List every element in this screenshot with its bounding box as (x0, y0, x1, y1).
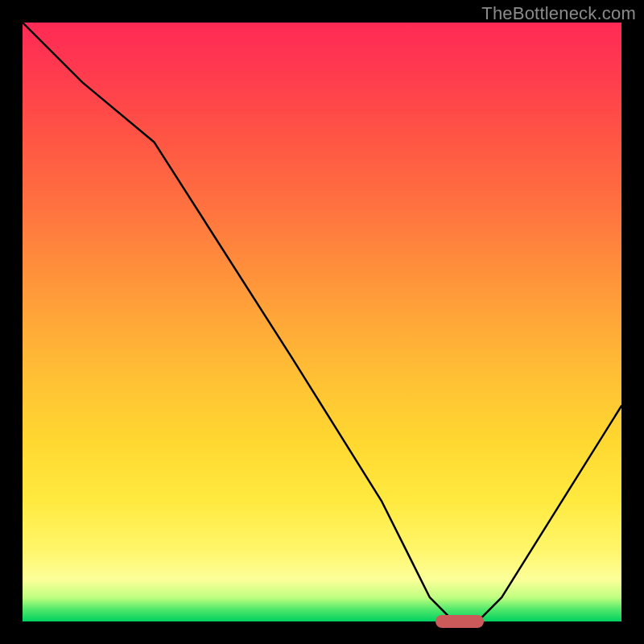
bottleneck-marker (436, 615, 484, 628)
watermark-text: TheBottleneck.com (481, 3, 636, 24)
bottleneck-chart: TheBottleneck.com (0, 0, 644, 644)
gradient-plot-background (23, 23, 621, 621)
